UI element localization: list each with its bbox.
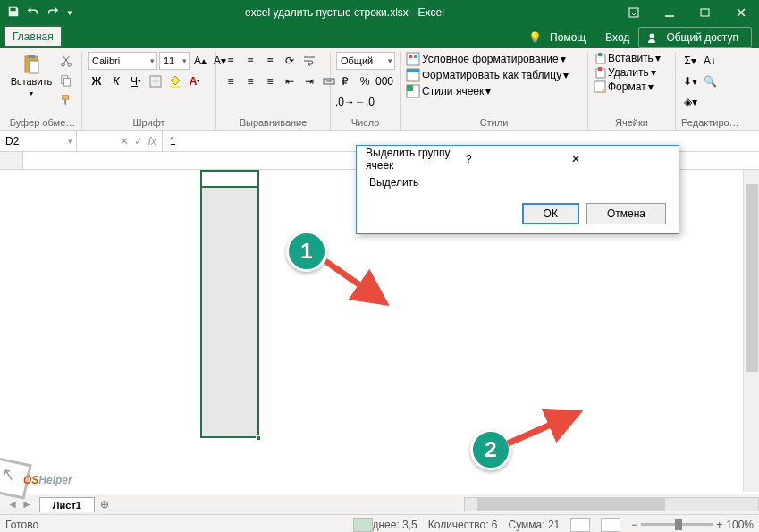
font-size-select[interactable]: 11 (159, 52, 190, 70)
format-painter-icon[interactable] (57, 91, 75, 109)
svg-rect-9 (63, 78, 70, 86)
align-bottom-icon[interactable]: ≡ (261, 52, 279, 70)
fx-icon[interactable]: fx (148, 135, 156, 148)
svg-point-2 (650, 34, 654, 38)
enter-formula-icon[interactable]: ✓ (134, 135, 143, 148)
format-cells-button[interactable]: Формат ▾ (594, 80, 654, 93)
align-top-icon[interactable]: ≡ (222, 52, 240, 70)
status-bar: Готово Среднее: 3,5 Количество: 6 Сумма:… (0, 514, 759, 532)
align-center-icon[interactable]: ≡ (241, 72, 259, 90)
svg-rect-15 (409, 55, 412, 58)
svg-rect-12 (170, 86, 181, 88)
zoom-in-icon[interactable]: + (716, 519, 722, 531)
save-icon[interactable] (7, 5, 20, 21)
cond-fmt-icon (406, 52, 420, 66)
svg-rect-4 (28, 55, 35, 58)
wrap-text-icon[interactable] (300, 52, 318, 70)
minimize-icon[interactable] (652, 0, 687, 25)
sheet-tab-bar: ◄► Лист1 ⊕ (0, 494, 759, 514)
name-box[interactable]: D2 (0, 131, 77, 151)
callout-1: 1 (286, 231, 327, 272)
view-normal-icon[interactable] (353, 518, 373, 532)
person-icon (646, 32, 657, 43)
view-layout-icon[interactable] (570, 518, 590, 532)
undo-icon[interactable] (27, 5, 39, 21)
dialog-section-label: Выделить (369, 176, 666, 189)
title-bar: ▼ excel удалить пустые строки.xlsx - Exc… (0, 0, 759, 25)
autosum-icon[interactable]: Σ▾ (681, 52, 699, 70)
selection-range (200, 170, 259, 438)
cancel-button[interactable]: Отмена (586, 203, 666, 224)
format-as-table-button[interactable]: Форматировать как таблицу ▾ (406, 68, 569, 82)
login-link[interactable]: Вход (600, 30, 635, 46)
indent-dec-icon[interactable]: ⇤ (281, 72, 299, 90)
copy-icon[interactable] (57, 72, 75, 89)
cell-styles-button[interactable]: Стили ячеек ▾ (406, 84, 491, 98)
inc-decimal-icon[interactable]: ,0→ (336, 93, 354, 111)
paste-button[interactable]: Вставить▾ (9, 52, 54, 100)
percent-icon[interactable]: % (356, 72, 374, 90)
borders-icon[interactable] (147, 72, 164, 90)
grow-font-icon[interactable]: A▴ (191, 52, 209, 70)
group-cells-label: Ячейки (594, 117, 670, 130)
zoom-slider[interactable] (641, 523, 713, 526)
maximize-icon[interactable] (687, 0, 723, 25)
svg-rect-1 (701, 9, 709, 16)
vertical-scrollbar[interactable] (743, 170, 759, 492)
italic-icon[interactable]: К (107, 72, 125, 90)
group-font-label: Шрифт (88, 117, 210, 130)
ok-button[interactable]: ОК (522, 203, 579, 224)
add-sheet-icon[interactable]: ⊕ (95, 494, 114, 514)
fill-handle[interactable] (256, 435, 261, 441)
window-title: excel удалить пустые строки.xlsx - Excel (73, 6, 616, 19)
currency-icon[interactable]: ₽ (336, 72, 354, 90)
fill-color-icon[interactable] (166, 72, 184, 90)
font-name-select[interactable]: Calibri (88, 52, 157, 70)
sheet-tab[interactable]: Лист1 (39, 497, 95, 512)
number-format-select[interactable]: Общий (336, 52, 395, 70)
comma-icon[interactable]: 000 (375, 72, 393, 90)
select-all-corner[interactable] (0, 152, 23, 169)
clear-icon[interactable]: ◈▾ (681, 93, 699, 111)
zoom-out-icon[interactable]: − (631, 519, 637, 531)
fill-icon[interactable]: ⬇▾ (681, 72, 699, 90)
delete-cells-button[interactable]: Удалить ▾ (594, 66, 656, 79)
underline-icon[interactable]: Ч▾ (127, 72, 145, 90)
group-styles-label: Стили (406, 117, 582, 130)
dialog-help-icon[interactable]: ? (459, 153, 566, 165)
group-align-label: Выравнивание (222, 117, 325, 130)
align-middle-icon[interactable]: ≡ (241, 52, 259, 70)
status-count: Количество: 6 (428, 519, 498, 531)
cut-icon[interactable] (57, 52, 75, 70)
sheet-nav-next-icon[interactable]: ► (21, 498, 32, 511)
insert-cells-button[interactable]: Вставить ▾ (594, 52, 661, 64)
orientation-icon[interactable]: ⟳ (281, 52, 299, 70)
font-color-icon[interactable]: А▾ (186, 72, 204, 90)
svg-rect-10 (63, 96, 69, 99)
share-button[interactable]: Общий доступ (638, 27, 752, 48)
svg-rect-16 (414, 55, 417, 58)
bold-icon[interactable]: Ж (88, 72, 105, 90)
tab-0[interactable]: Главная (4, 25, 63, 48)
align-left-icon[interactable]: ≡ (222, 72, 240, 90)
svg-rect-5 (30, 61, 38, 73)
view-break-icon[interactable] (601, 518, 620, 532)
redo-icon[interactable] (46, 5, 59, 21)
zoom-level[interactable]: 100% (726, 519, 754, 531)
watermark-text: OSHelper (23, 466, 72, 489)
horizontal-scrollbar[interactable] (464, 497, 759, 511)
ribbon-options-icon[interactable] (616, 0, 652, 25)
tell-me[interactable]: 💡 Помощ (523, 30, 596, 46)
dialog-close-icon[interactable]: ✕ (566, 153, 670, 165)
find-icon[interactable]: 🔍 (701, 72, 719, 90)
status-sum: Сумма: 21 (509, 519, 561, 531)
conditional-format-button[interactable]: Условное форматирование ▾ (406, 52, 566, 66)
sort-icon[interactable]: A↓ (701, 52, 719, 70)
align-right-icon[interactable]: ≡ (261, 72, 279, 90)
dec-decimal-icon[interactable]: ←,0 (356, 93, 374, 111)
styles-icon (406, 84, 420, 98)
cancel-formula-icon[interactable]: ✕ (120, 135, 129, 148)
indent-inc-icon[interactable]: ⇥ (300, 72, 318, 90)
close-icon[interactable] (723, 0, 759, 25)
sheet-nav-prev-icon[interactable]: ◄ (7, 498, 18, 511)
